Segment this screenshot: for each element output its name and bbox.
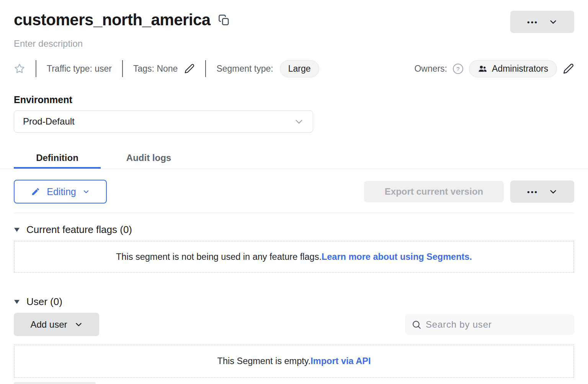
header-more-menu-button[interactable]: ••• (510, 11, 574, 33)
learn-more-segments-link[interactable]: Learn more about using Segments. (322, 252, 472, 262)
meta-row: Traffic type: user Tags: None Segment ty… (14, 60, 574, 77)
segment-type-group: Segment type: Large (216, 60, 319, 77)
title-wrap: customers_north_america (14, 11, 230, 29)
description-placeholder[interactable]: Enter description (14, 38, 574, 49)
environment-select[interactable]: Prod-Default (14, 110, 313, 133)
segment-type-badge: Large (280, 60, 319, 77)
segment-detail-page: customers_north_america ••• Enter descri… (0, 0, 588, 384)
tags-label: Tags: None (133, 64, 178, 74)
chevron-down-icon (549, 18, 557, 26)
divider (36, 60, 36, 77)
users-icon (478, 64, 487, 74)
cutoff-element-bottom (14, 382, 96, 384)
collapse-triangle-icon (14, 299, 20, 304)
toolbar-right-group: Export current version ••• (364, 181, 574, 203)
tab-audit-logs[interactable]: Audit logs (122, 147, 175, 169)
copy-icon[interactable] (218, 14, 230, 26)
owners-badge[interactable]: Administrators (469, 60, 557, 77)
search-icon (412, 320, 421, 330)
chevron-down-icon (75, 320, 83, 328)
environment-label: Environment (14, 94, 574, 105)
export-current-version-button[interactable]: Export current version (364, 181, 504, 202)
import-via-api-link[interactable]: Import via API (310, 356, 371, 366)
user-section-header[interactable]: User (0) (14, 296, 574, 308)
collapse-triangle-icon (14, 227, 20, 232)
user-search-box (405, 315, 574, 335)
edit-tags-pencil-icon[interactable] (184, 63, 195, 74)
chevron-down-icon (83, 188, 90, 195)
section-divider (14, 213, 574, 213)
help-icon[interactable]: ? (453, 64, 463, 74)
environment-selected-value: Prod-Default (23, 116, 75, 127)
ellipsis-icon: ••• (527, 18, 538, 26)
star-favorite-icon[interactable] (14, 63, 25, 74)
toolbar-more-menu-button[interactable]: ••• (510, 181, 574, 203)
divider (122, 60, 123, 77)
tags-group: Tags: None (133, 63, 195, 74)
traffic-type-label: Traffic type: user (47, 64, 112, 74)
owners-value: Administrators (492, 64, 548, 74)
chevron-down-icon (294, 117, 304, 126)
editing-mode-button[interactable]: Editing (14, 180, 107, 203)
add-user-label: Add user (30, 319, 67, 330)
divider (205, 60, 206, 77)
feature-flags-empty-box: This segment is not being used in any fe… (14, 241, 574, 273)
segment-type-label: Segment type: (216, 64, 273, 74)
tab-definition[interactable]: Definition (14, 147, 101, 169)
ellipsis-icon: ••• (527, 188, 538, 195)
search-by-user-input[interactable] (426, 319, 568, 330)
feature-flags-section-header[interactable]: Current feature flags (0) (14, 224, 574, 236)
page-title: customers_north_america (14, 11, 211, 29)
add-user-button[interactable]: Add user (14, 313, 99, 336)
tab-bar: Definition Audit logs (0, 147, 588, 169)
owners-label: Owners: (414, 64, 447, 74)
user-empty-box: This Segment is empty. Import via API (14, 345, 574, 378)
chevron-down-icon (549, 187, 557, 196)
user-toolbar: Add user (14, 313, 574, 336)
definition-toolbar: Editing Export current version ••• (14, 180, 574, 203)
feature-flags-section-title: Current feature flags (0) (26, 224, 132, 236)
edit-owners-pencil-icon[interactable] (563, 63, 574, 74)
page-header: customers_north_america ••• (14, 0, 574, 33)
user-section-title: User (0) (26, 296, 62, 308)
owners-group: Owners: ? Administrators (414, 60, 574, 77)
editing-label: Editing (47, 186, 76, 197)
segment-empty-text: This Segment is empty. (217, 356, 311, 366)
pencil-icon (31, 187, 40, 196)
feature-flags-empty-text: This segment is not being used in any fe… (116, 252, 322, 262)
